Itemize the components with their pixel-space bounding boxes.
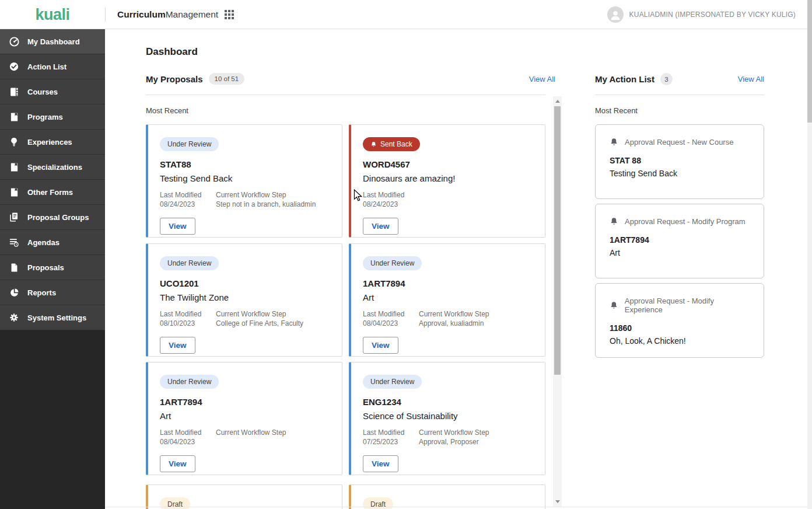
proposal-meta: Last Modified08/24/2023 Current Workflow… <box>160 191 331 209</box>
sidebar-item-label: Specializations <box>27 163 82 172</box>
proposals-most-recent-label: Most Recent <box>146 106 188 115</box>
sidebar-item-label: System Settings <box>27 313 86 322</box>
last-modified-value: 08/04/2023 <box>160 438 216 446</box>
my-action-list-title: My Action List <box>595 74 654 84</box>
action-title: Oh, Look, A Chicken! <box>610 336 752 346</box>
sidebar-item-label: Agendas <box>27 238 60 247</box>
action-code: STAT 88 <box>610 156 752 165</box>
last-modified-label: Last Modified <box>160 428 216 437</box>
proposal-card: Draft <box>349 484 545 509</box>
sidebar-item-experiences[interactable]: Experiences <box>0 130 105 155</box>
workflow-value: College of Fine Arts, Faculty <box>216 319 331 327</box>
view-button[interactable]: View <box>363 218 398 235</box>
sidebar-item-proposals[interactable]: Proposals <box>0 255 105 280</box>
product-title: CurriculumManagement <box>117 0 218 29</box>
proposals-count-badge: 10 of 51 <box>209 73 245 85</box>
action-list-view-all-link[interactable]: View All <box>738 75 764 83</box>
last-modified-label: Last Modified <box>160 310 216 318</box>
proposals-scrollbar-thumb[interactable] <box>554 106 561 375</box>
proposal-title: The Twilight Zone <box>160 292 331 302</box>
action-list-item[interactable]: Approval Request - New Course STAT 88 Te… <box>595 124 764 199</box>
sidebar-item-other-forms[interactable]: Other Forms <box>0 180 105 205</box>
status-badge: Sent Back <box>363 137 420 151</box>
content-bottom-edge <box>105 507 807 507</box>
view-button[interactable]: View <box>160 218 195 235</box>
proposal-title: Art <box>160 411 331 421</box>
sidebar-item-agendas[interactable]: Agendas <box>0 230 105 255</box>
sidebar-item-programs[interactable]: Programs <box>0 104 105 130</box>
sidebar-item-system-settings[interactable]: System Settings <box>0 305 105 330</box>
page-scrollbar[interactable] <box>807 0 812 509</box>
scroll-down-arrow-icon[interactable] <box>555 500 560 503</box>
workflow-label: Current Workflow Step <box>216 428 331 437</box>
action-type-row: Approval Request - New Course <box>610 138 752 147</box>
workflow-value: Approval, kualiadmin <box>419 319 534 327</box>
view-button[interactable]: View <box>363 455 398 472</box>
gear-icon <box>8 312 20 323</box>
kuali-logo[interactable]: kuali <box>0 0 105 29</box>
workflow-label: Current Workflow Step <box>419 310 534 318</box>
last-modified-value: 08/10/2023 <box>160 319 216 327</box>
action-list-divider <box>595 95 764 95</box>
header-divider <box>105 8 106 22</box>
action-list-count-badge: 3 <box>660 73 673 85</box>
page-scrollbar-thumb[interactable] <box>807 0 812 123</box>
person-icon <box>610 9 621 21</box>
my-action-list-header: My Action List 3 View All <box>595 73 764 85</box>
action-list-item[interactable]: Approval Request - Modify Program 1ART78… <box>595 204 764 278</box>
proposal-card: Under Review STAT88 Testing Send Back La… <box>146 124 342 238</box>
action-type-label: Approval Request - Modify Experience <box>625 297 752 314</box>
sidebar-item-my-dashboard[interactable]: My Dashboard <box>0 29 105 54</box>
proposal-meta: Last Modified07/25/2023 Current Workflow… <box>363 428 534 447</box>
pie-chart-icon <box>8 287 20 298</box>
last-modified-value: 07/25/2023 <box>363 438 419 446</box>
proposal-code: WORD4567 <box>363 159 534 169</box>
proposal-code: STAT88 <box>160 159 331 169</box>
sidebar-item-label: Other Forms <box>27 188 73 197</box>
my-proposals-header: My Proposals 10 of 51 View All <box>146 73 555 85</box>
status-badge: Under Review <box>363 256 422 270</box>
proposal-card: Under Review 1ART7894 Art Last Modified0… <box>349 243 545 357</box>
proposal-meta: Last Modified08/10/2023 Current Workflow… <box>160 310 331 328</box>
view-button[interactable]: View <box>160 337 195 354</box>
sidebar-item-proposal-groups[interactable]: Proposal Groups <box>0 205 105 230</box>
action-type-label: Approval Request - New Course <box>625 138 733 147</box>
action-type-row: Approval Request - Modify Experience <box>610 297 752 314</box>
last-modified-label: Last Modified <box>363 191 419 199</box>
last-modified-label: Last Modified <box>363 428 419 437</box>
sidebar-item-label: Experiences <box>27 138 72 147</box>
action-list-item[interactable]: Approval Request - Modify Experience 118… <box>595 283 764 358</box>
scroll-up-arrow-icon[interactable] <box>555 100 560 103</box>
bookmark-book-icon <box>8 186 20 198</box>
action-title: Art <box>610 248 752 257</box>
workflow-value: Approval, Proposer <box>419 438 534 446</box>
sidebar-item-label: Courses <box>27 88 58 96</box>
proposal-card: Under Review 1ART7894 Art Last Modified0… <box>146 362 342 475</box>
status-badge: Under Review <box>160 137 219 151</box>
last-modified-label: Last Modified <box>160 191 216 199</box>
status-badge: Draft <box>363 497 393 509</box>
action-list-most-recent-label: Most Recent <box>595 106 638 115</box>
apps-grid-icon[interactable] <box>225 10 234 19</box>
agenda-list-icon <box>8 236 20 248</box>
status-badge-label: Sent Back <box>380 140 412 148</box>
proposal-meta: Last Modified08/04/2023 Current Workflow… <box>363 310 534 328</box>
status-badge: Draft <box>160 497 190 509</box>
proposal-title: Art <box>363 292 534 302</box>
bell-icon <box>610 217 618 226</box>
workflow-value: Step not in a branch, kualiadmin <box>216 200 331 208</box>
sidebar-item-label: Programs <box>27 113 63 121</box>
bell-icon <box>610 138 618 147</box>
sidebar-item-reports[interactable]: Reports <box>0 280 105 305</box>
sidebar-item-specializations[interactable]: Specializations <box>0 155 105 180</box>
view-button[interactable]: View <box>363 337 398 354</box>
proposals-view-all-link[interactable]: View All <box>529 75 555 83</box>
sidebar-item-label: Proposal Groups <box>27 213 89 222</box>
product-title-bold: Curriculum <box>117 9 166 20</box>
view-button[interactable]: View <box>160 455 195 472</box>
proposals-scrollbar[interactable] <box>553 96 562 507</box>
user-menu[interactable]: KUALIADMIN (IMPERSONATED BY VICKY KULIG) <box>607 0 796 29</box>
sidebar-item-action-list[interactable]: Action List <box>0 54 105 79</box>
sidebar-item-courses[interactable]: Courses <box>0 79 105 104</box>
last-modified-label: Last Modified <box>363 310 419 318</box>
